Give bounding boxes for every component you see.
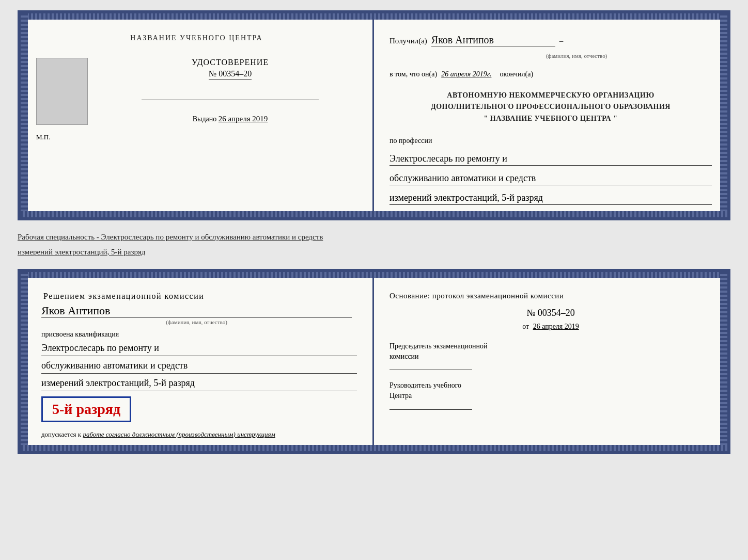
rank-badge: 5-й разряд	[41, 396, 131, 422]
rukovoditel-block: Руководитель учебного Центра	[389, 380, 712, 401]
rank-text: 5-й разряд	[52, 401, 120, 418]
left-content-row: УДОСТОВЕРЕНИЕ № 00354–20 Выдано 26 апрел…	[36, 58, 357, 125]
dopuskaetsya-text: работе согласно должностным (производств…	[83, 430, 275, 438]
middle-text-line2: измерений электростанций, 5-й разряд	[18, 245, 730, 260]
qual-line1: Электрослесарь по ремонту и	[41, 341, 357, 356]
vtom-date: 26 апреля 2019г.	[441, 70, 491, 78]
chairman-line1: Председатель экзаменационной	[389, 341, 712, 351]
diploma-top: НАЗВАНИЕ УЧЕБНОГО ЦЕНТРА УДОСТОВЕРЕНИЕ №…	[18, 10, 730, 220]
bottom-fio-label: (фамилия, имя, отчество)	[41, 317, 352, 325]
top-org-name: НАЗВАНИЕ УЧЕБНОГО ЦЕНТРА	[130, 34, 262, 42]
org-line1: АВТОНОМНУЮ НЕКОММЕРЧЕСКУЮ ОРГАНИЗАЦИЮ	[389, 90, 712, 101]
chairman-block: Председатель экзаменационной комиссии	[389, 341, 712, 361]
osnование-label: Основание: протокол экзаменационной коми…	[389, 292, 712, 300]
udost-number: № 00354–20	[209, 69, 252, 80]
bottom-right-page: Основание: протокол экзаменационной коми…	[374, 272, 727, 451]
qual-line2: обслуживанию автоматики и средств	[41, 358, 357, 374]
middle-text-block: Рабочая специальность - Электрослесарь п…	[18, 230, 730, 260]
org-line2: ДОПОЛНИТЕЛЬНОГО ПРОФЕССИОНАЛЬНОГО ОБРАЗО…	[389, 101, 712, 113]
ot-label: от	[522, 323, 529, 330]
middle-text-line1: Рабочая специальность - Электрослесарь п…	[18, 230, 730, 245]
bottom-left-page: Решением экзаменационной комиссии Яков А…	[21, 272, 374, 451]
rukovoditel-line1: Руководитель учебного	[389, 380, 712, 391]
po-professii-label: по профессии	[389, 137, 712, 145]
prisvoena-label: присвоена квалификация	[41, 330, 357, 339]
photo-placeholder	[36, 58, 88, 125]
top-right-page: Получил(а) Яков Антипов – (фамилия, имя,…	[374, 13, 727, 217]
ot-date: 26 апреля 2019	[533, 323, 579, 330]
top-left-page: НАЗВАНИЕ УЧЕБНОГО ЦЕНТРА УДОСТОВЕРЕНИЕ №…	[21, 13, 374, 217]
poluchil-label: Получил(а)	[389, 37, 427, 45]
diploma-bottom: Решением экзаменационной комиссии Яков А…	[18, 269, 730, 454]
vtom-row: в том, что он(а) 26 апреля 2019г. окончи…	[389, 70, 712, 78]
mp-label: М.П.	[36, 133, 50, 141]
recipient-name: Яков Антипов	[431, 34, 494, 45]
vtom-label: в том, что он(а)	[389, 70, 437, 78]
udost-block: УДОСТОВЕРЕНИЕ № 00354–20 Выдано 26 апрел…	[103, 58, 357, 123]
qual-line3: измерений электростанций, 5-й разряд	[41, 376, 357, 391]
resheniem-label: Решением экзаменационной комиссии	[43, 292, 357, 301]
vydano-line: Выдано 26 апреля 2019	[193, 115, 268, 123]
dopuskaetsya-label: допускается к	[41, 430, 81, 438]
rukovoditel-line2: Центра	[389, 391, 712, 401]
profession-line3: измерений электростанций, 5-й разряд	[389, 193, 712, 205]
protocol-number: № 00354–20	[389, 308, 712, 318]
bottom-name: Яков Антипов	[41, 304, 357, 317]
fio-label-top: (фамилия, имя, отчество)	[441, 53, 712, 59]
org-line3: " НАЗВАНИЕ УЧЕБНОГО ЦЕНТРА "	[389, 113, 712, 124]
vydano-label: Выдано	[193, 115, 217, 123]
profession-line2: обслуживанию автоматики и средств	[389, 173, 712, 185]
vydano-date: 26 апреля 2019	[219, 115, 268, 123]
okonchil-label: окончил(а)	[500, 70, 533, 78]
rukovoditel-signature-line	[389, 409, 472, 410]
chairman-signature-line	[389, 370, 472, 370]
udost-title: УДОСТОВЕРЕНИЕ	[192, 58, 269, 67]
org-block: АВТОНОМНУЮ НЕКОММЕРЧЕСКУЮ ОРГАНИЗАЦИЮ ДО…	[389, 90, 712, 124]
profession-line1: Электрослесарь по ремонту и	[389, 153, 712, 166]
dopuskaetsya-block: допускается к работе согласно должностны…	[41, 430, 357, 439]
poluchil-row: Получил(а) Яков Антипов –	[389, 34, 712, 46]
ot-date-row: от 26 апреля 2019	[389, 323, 712, 331]
chairman-line2: комиссии	[389, 351, 712, 362]
